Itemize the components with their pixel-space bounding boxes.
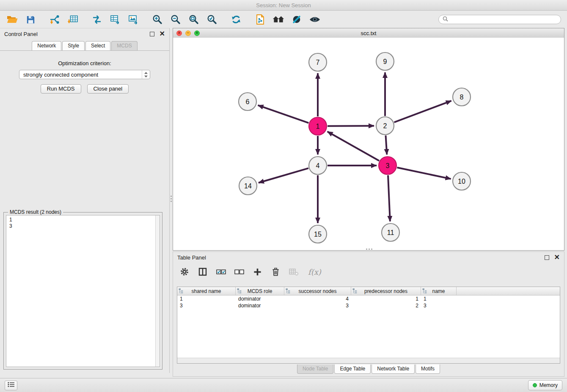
table-cell[interactable]: 1 <box>177 296 236 302</box>
share-network-icon[interactable] <box>91 13 103 26</box>
graph-node-15[interactable]: 15 <box>309 225 327 243</box>
import-network-icon[interactable] <box>48 13 61 26</box>
column-header-shared-name[interactable]: shared name <box>177 287 236 295</box>
network-canvas[interactable]: 7968124314101511 <box>173 38 564 250</box>
delete-columns-icon[interactable] <box>270 266 281 277</box>
column-sort-icon[interactable] <box>179 288 183 295</box>
open-session-icon[interactable] <box>6 13 19 26</box>
float-icon[interactable] <box>150 32 154 36</box>
result-scrollbar[interactable] <box>155 215 160 367</box>
refresh-layout-icon[interactable] <box>230 13 242 26</box>
save-session-icon[interactable] <box>24 13 37 26</box>
graph-node-11[interactable]: 11 <box>382 224 399 241</box>
tab-mcds[interactable]: MCDS <box>111 41 137 50</box>
vertical-splitter-handle[interactable] <box>170 193 172 204</box>
edge-4-14[interactable] <box>259 168 308 182</box>
optimization-criterion-dropdown[interactable]: strongly connected component <box>19 70 150 79</box>
window-zoom-icon[interactable]: + <box>194 30 200 36</box>
window-close-icon[interactable]: × <box>176 30 182 36</box>
tab-select[interactable]: Select <box>85 41 110 50</box>
copy-network-icon[interactable] <box>254 13 267 26</box>
column-sort-icon[interactable] <box>237 288 242 295</box>
graph-node-3[interactable]: 3 <box>379 157 396 174</box>
edge-2-3[interactable] <box>385 135 387 155</box>
graph-node-6[interactable]: 6 <box>239 93 256 110</box>
import-table-icon[interactable] <box>66 13 79 26</box>
graph-node-4[interactable]: 4 <box>309 157 327 174</box>
table-cell[interactable]: 3 <box>177 303 236 309</box>
column-header-predecessor-nodes[interactable]: predecessor nodes <box>351 287 421 295</box>
table-cell[interactable]: 3 <box>284 303 351 309</box>
select-all-icon[interactable] <box>215 266 226 277</box>
home-icon[interactable] <box>272 13 285 26</box>
zoom-in-icon[interactable] <box>151 13 164 26</box>
close-icon[interactable]: ✕ <box>554 255 560 260</box>
dropdown-stepper-icon[interactable] <box>142 70 150 79</box>
table-cell[interactable]: 2 <box>351 303 421 309</box>
edge-2-8[interactable] <box>394 101 451 122</box>
network-window-titlebar[interactable]: scc.txt ×−+ <box>173 28 564 38</box>
zoom-fit-icon[interactable] <box>187 13 200 26</box>
table-row[interactable]: 1dominator411 <box>177 295 560 302</box>
column-sort-icon[interactable] <box>422 288 427 295</box>
tab-network-table[interactable]: Network Table <box>372 364 415 374</box>
close-panel-button[interactable]: Close panel <box>87 84 129 94</box>
graph-node-10[interactable]: 10 <box>453 172 471 190</box>
close-icon[interactable]: ✕ <box>160 31 165 36</box>
run-mcds-button[interactable]: Run MCDS <box>41 84 81 94</box>
table-body[interactable]: 1dominator4113dominator323 <box>177 295 560 358</box>
table-cell[interactable]: 1 <box>351 296 421 302</box>
table-cell[interactable]: dominator <box>236 296 284 302</box>
app-title-bar[interactable]: Session: New Session <box>0 0 567 11</box>
column-header-mcds-role[interactable]: MCDS role <box>236 287 284 295</box>
tab-motifs[interactable]: Motifs <box>416 364 440 374</box>
export-image-icon[interactable] <box>127 13 140 26</box>
deselect-all-icon[interactable] <box>234 266 245 277</box>
graph-node-7[interactable]: 7 <box>309 53 327 71</box>
style-paint-icon[interactable] <box>290 13 303 26</box>
float-icon[interactable] <box>545 255 549 260</box>
table-options-gear-icon[interactable] <box>179 266 190 277</box>
mcds-result-area[interactable]: 13 <box>6 215 160 367</box>
node-label: 1 <box>316 123 320 130</box>
edge-3-10[interactable] <box>397 168 451 179</box>
graph-node-9[interactable]: 9 <box>376 52 394 70</box>
tab-style[interactable]: Style <box>62 41 85 50</box>
column-header-successor-nodes[interactable]: successor nodes <box>284 287 351 295</box>
edge-1-6[interactable] <box>258 105 309 123</box>
graph-node-14[interactable]: 14 <box>239 177 257 195</box>
result-line: 1 <box>9 217 152 223</box>
new-network-icon[interactable] <box>109 13 121 26</box>
network-graph[interactable]: 7968124314101511 <box>173 38 564 250</box>
window-minimize-icon[interactable]: − <box>185 30 191 36</box>
tab-edge-table[interactable]: Edge Table <box>334 364 371 374</box>
zoom-out-icon[interactable] <box>169 13 182 26</box>
search-box[interactable] <box>438 15 561 24</box>
graph-node-2[interactable]: 2 <box>376 117 394 135</box>
graph-node-8[interactable]: 8 <box>453 88 471 106</box>
memory-button[interactable]: Memory <box>528 380 562 390</box>
table-cell[interactable]: 1 <box>421 296 457 302</box>
zoom-selected-icon[interactable] <box>206 13 218 26</box>
graph-node-1[interactable]: 1 <box>309 117 327 135</box>
edge-3-11[interactable] <box>388 175 390 221</box>
column-header-name[interactable]: name <box>421 287 457 295</box>
create-column-icon[interactable] <box>252 266 263 277</box>
tab-node-table[interactable]: Node Table <box>297 364 334 374</box>
table-cell[interactable]: dominator <box>236 303 284 309</box>
memory-status-icon <box>533 383 537 387</box>
tab-network[interactable]: Network <box>32 41 61 50</box>
show-columns-icon[interactable] <box>197 266 208 277</box>
panel-selector-button[interactable] <box>5 381 17 390</box>
table-cell[interactable]: 3 <box>421 303 457 309</box>
table-cell[interactable]: 4 <box>284 296 351 302</box>
table-horizontal-scrollbar[interactable] <box>177 358 560 363</box>
table-row[interactable]: 3dominator323 <box>177 302 560 309</box>
search-input[interactable] <box>451 16 557 23</box>
column-sort-icon[interactable] <box>352 288 357 295</box>
edge-3-1[interactable] <box>328 132 379 161</box>
horizontal-splitter-handle[interactable] <box>364 248 374 250</box>
column-sort-icon[interactable] <box>286 288 290 295</box>
show-hide-eye-icon[interactable] <box>308 13 321 26</box>
edge-1-2[interactable] <box>328 126 374 126</box>
